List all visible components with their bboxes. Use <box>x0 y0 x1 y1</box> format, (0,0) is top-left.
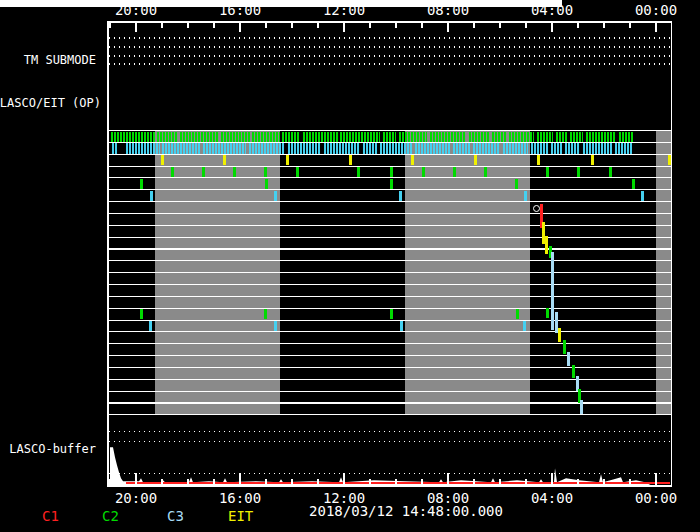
major-tick-top <box>239 23 241 32</box>
telemetry-stripe-segment <box>537 132 553 142</box>
telemetry-stripe-segment <box>157 132 178 142</box>
minor-tick-bottom <box>187 479 189 486</box>
minor-tick-top <box>525 23 527 28</box>
os-event-mark <box>149 321 152 331</box>
telemetry-stripe-segment <box>252 132 280 142</box>
os-event-mark <box>171 167 174 177</box>
major-tick-bottom <box>135 473 137 486</box>
telemetry-stripe-segment <box>619 132 633 142</box>
row-separator <box>108 355 671 356</box>
major-tick-top <box>447 23 449 32</box>
telemetry-stripe-segment <box>282 132 300 142</box>
minor-tick-top <box>473 23 475 28</box>
row-separator <box>108 237 671 238</box>
telemetry-stripe-segment <box>509 132 534 142</box>
cascade-mark <box>580 400 583 414</box>
os-event-mark <box>632 179 635 189</box>
major-tick-bottom <box>239 473 241 486</box>
telemetry-stripe-segment <box>203 143 246 153</box>
telemetry-stripe-segment <box>473 143 500 153</box>
tm-gridline <box>109 55 670 57</box>
row-separator <box>108 201 671 202</box>
minor-tick-top <box>291 23 293 28</box>
telemetry-stripe-segment <box>363 143 377 153</box>
os-event-mark <box>150 191 153 201</box>
time-tick-label-bottom: 16:00 <box>219 491 261 505</box>
telemetry-stripe-segment <box>111 132 155 142</box>
os-event-mark <box>161 155 164 165</box>
os-event-mark <box>202 167 205 177</box>
minor-tick-top <box>187 23 189 28</box>
telemetry-stripe-segment <box>249 143 285 153</box>
telemetry-stripe-segment <box>162 143 200 153</box>
telemetry-stripe-segment <box>288 143 321 153</box>
telemetry-stripe-segment <box>492 132 507 142</box>
os-event-mark <box>233 167 236 177</box>
minor-tick-top <box>317 23 319 28</box>
minor-tick-bottom <box>525 479 527 486</box>
c1-buffer-line <box>126 482 670 484</box>
row-separator <box>108 272 671 273</box>
minor-tick-bottom <box>317 479 319 486</box>
row-separator <box>108 284 671 285</box>
minor-tick-top <box>499 23 501 28</box>
telemetry-stripe-segment <box>556 132 567 142</box>
telemetry-stripe-segment <box>531 143 548 153</box>
row-separator <box>108 296 671 297</box>
os-event-mark <box>140 309 143 319</box>
minor-tick-bottom <box>473 479 475 486</box>
os-event-mark <box>474 155 477 165</box>
tm-gridline <box>109 63 670 65</box>
tm-submode-label: TM SUBMODE <box>24 54 96 67</box>
telemetry-stripe-segment <box>415 143 450 153</box>
datetime-label: 2018/03/12 14:48:00.000 <box>309 504 503 518</box>
major-tick-top <box>655 23 657 32</box>
right-axis-line <box>671 21 673 486</box>
major-tick-bottom <box>655 473 657 486</box>
minor-tick-bottom <box>499 479 501 486</box>
lasco-buffer-label: LASCO-buffer <box>9 443 96 456</box>
minor-tick-top <box>109 23 111 28</box>
os-event-mark <box>296 167 299 177</box>
os-event-mark <box>668 155 671 165</box>
cascade-mark <box>545 236 548 254</box>
os-event-mark <box>484 167 487 177</box>
minor-tick-bottom <box>369 479 371 486</box>
os-event-mark <box>546 167 549 177</box>
os-event-mark <box>400 321 403 331</box>
os-event-mark <box>286 155 289 165</box>
os-event-mark <box>357 167 360 177</box>
os-event-mark <box>390 167 393 177</box>
telemetry-stripe-segment <box>551 143 562 153</box>
minor-tick-top <box>421 23 423 28</box>
telemetry-stripe-segment <box>583 143 612 153</box>
telemetry-stripe-segment <box>303 132 338 142</box>
minor-tick-top <box>369 23 371 28</box>
os-event-mark <box>453 167 456 177</box>
os-event-mark <box>264 167 267 177</box>
minor-tick-bottom <box>603 479 605 486</box>
os-event-mark <box>349 155 352 165</box>
os-event-mark <box>140 179 143 189</box>
major-tick-bottom <box>447 473 449 486</box>
os-event-mark <box>265 179 268 189</box>
telemetry-stripe-segment <box>126 143 160 153</box>
telemetry-stripe-segment <box>586 132 616 142</box>
os-event-mark <box>399 191 402 201</box>
legend: C1C2C3EIT <box>0 510 300 526</box>
legend-item-c3: C3 <box>167 510 184 523</box>
os-event-mark <box>274 321 277 331</box>
minor-tick-top <box>603 23 605 28</box>
minor-tick-bottom <box>161 479 163 486</box>
os-event-mark <box>523 321 526 331</box>
left-axis-line <box>107 21 109 486</box>
time-tick-label-bottom: 00:00 <box>635 491 677 505</box>
legend-item-c2: C2 <box>102 510 119 523</box>
major-tick-top <box>343 23 345 32</box>
row-separator <box>108 391 671 392</box>
os-event-mark <box>641 191 644 201</box>
os-event-mark <box>524 191 527 201</box>
os-event-mark <box>577 167 580 177</box>
minor-tick-bottom <box>109 479 111 486</box>
os-event-mark <box>411 155 414 165</box>
